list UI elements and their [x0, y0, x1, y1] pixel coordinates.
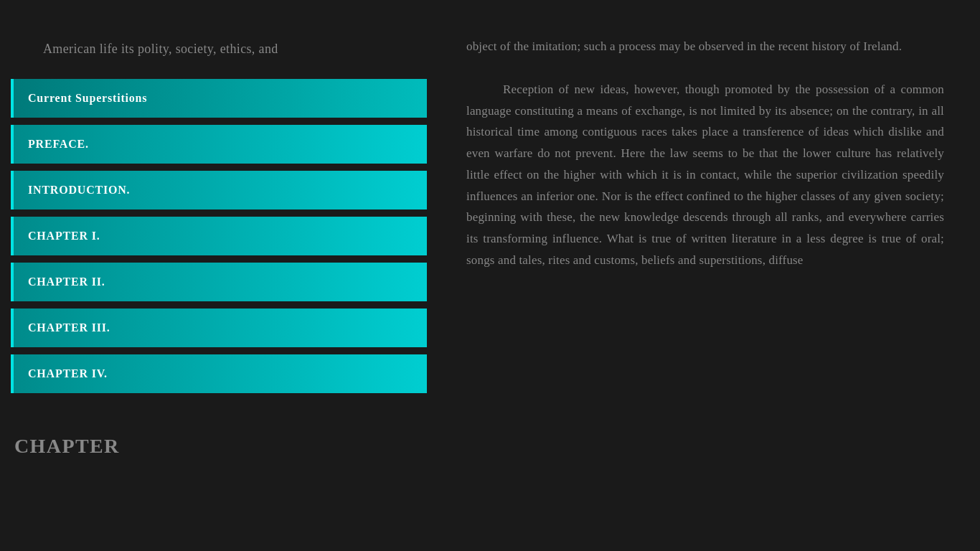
top-text-left: American life its polity, society, ethic… [0, 0, 438, 73]
right-paragraph-1: object of the imitation; such a process … [466, 36, 944, 57]
table-of-contents: Current SuperstitionsPREFACE.INTRODUCTIO… [11, 79, 427, 400]
bottom-chapter-label: CHAPTER [14, 435, 120, 458]
toc-item-introduction[interactable]: INTRODUCTION. [11, 171, 427, 209]
right-panel: object of the imitation; such a process … [438, 0, 980, 551]
toc-item-chapter-2[interactable]: CHAPTER II. [11, 263, 427, 301]
right-paragraph-2: Reception of new ideas, however, though … [466, 79, 944, 271]
right-text-content: object of the imitation; such a process … [466, 36, 944, 271]
toc-item-chapter-3[interactable]: CHAPTER III. [11, 309, 427, 347]
toc-item-chapter-4[interactable]: CHAPTER IV. [11, 354, 427, 393]
toc-item-current-superstitions[interactable]: Current Superstitions [11, 79, 427, 118]
toc-item-preface[interactable]: PREFACE. [11, 125, 427, 164]
toc-item-chapter-1[interactable]: CHAPTER I. [11, 217, 427, 255]
left-panel: American life its polity, society, ethic… [0, 0, 438, 551]
